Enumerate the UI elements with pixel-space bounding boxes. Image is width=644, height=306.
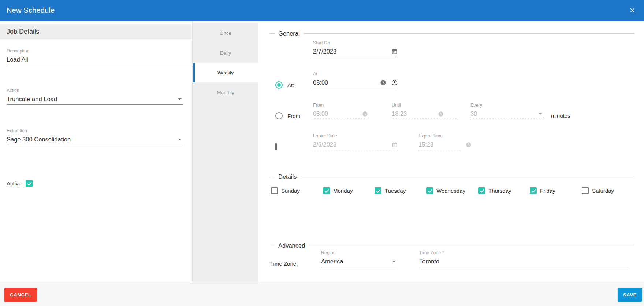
from-time-value: 08:00 [313, 110, 328, 117]
job-details-panel: Job Details Description Load All Action … [0, 21, 193, 283]
tab-monthly[interactable]: Monthly [193, 82, 258, 102]
dropdown-arrow-icon [539, 113, 542, 115]
start-on-label: Start On [313, 40, 398, 46]
time-zone-label: Time Zone * [419, 250, 629, 256]
clock-disabled-icon [438, 111, 444, 117]
job-details-title: Job Details [7, 28, 39, 36]
tab-once[interactable]: Once [193, 23, 258, 43]
job-details-header: Job Details [0, 24, 192, 39]
day-friday[interactable]: Friday [530, 187, 555, 194]
details-legend: Details [278, 173, 297, 180]
friday-checkbox[interactable] [530, 187, 537, 194]
calendar-icon[interactable] [391, 48, 398, 55]
dropdown-arrow-icon [178, 139, 182, 140]
time-zone-field[interactable]: Time Zone * Toronto [419, 250, 629, 267]
extraction-value: Sage 300 Consolidation [7, 136, 71, 143]
day-label: Sunday [281, 188, 300, 194]
day-label: Thursday [488, 188, 511, 194]
tab-weekly[interactable]: Weekly [193, 63, 258, 82]
action-label: Action [7, 88, 183, 94]
from-field-label: From [313, 102, 368, 108]
sunday-checkbox[interactable] [271, 187, 278, 194]
clock-filled-icon[interactable] [380, 80, 386, 86]
time-zone-value: Toronto [419, 258, 439, 265]
extraction-label: Extraction [7, 128, 183, 134]
day-label: Wednesday [436, 188, 465, 194]
clock-outline-icon[interactable] [391, 80, 398, 86]
general-section-header: General [270, 30, 634, 37]
day-label: Tuesday [385, 188, 406, 194]
general-legend: General [278, 30, 300, 37]
every-dropdown: Every 30 [470, 102, 544, 119]
wednesday-checkbox[interactable] [426, 187, 433, 194]
dropdown-arrow-icon [392, 261, 396, 262]
region-select[interactable]: Region America [321, 250, 397, 267]
dialog-footer: CANCEL SAVE [0, 283, 644, 306]
day-thursday[interactable]: Thursday [478, 187, 511, 194]
thursday-checkbox[interactable] [478, 187, 485, 194]
advanced-legend: Advanced [278, 242, 305, 249]
day-monday[interactable]: Monday [323, 187, 353, 194]
day-sunday[interactable]: Sunday [271, 187, 300, 194]
from-radio[interactable] [275, 112, 283, 119]
clock-disabled-icon [466, 142, 472, 148]
tuesday-checkbox[interactable] [375, 187, 381, 194]
schedule-form: General Start On 2/7/2023 At: At 08:00 [258, 21, 644, 283]
extraction-select[interactable]: Extraction Sage 300 Consolidation [7, 128, 183, 145]
day-tuesday[interactable]: Tuesday [375, 187, 406, 194]
every-field-label: Every [470, 102, 544, 108]
expire-date-value: 2/6/2023 [313, 141, 336, 148]
calendar-disabled-icon [392, 142, 398, 148]
region-label: Region [321, 250, 397, 256]
expire-date-field: Expire Date 2/6/2023 [313, 133, 398, 150]
description-label: Description [7, 48, 192, 54]
monday-checkbox[interactable] [323, 187, 330, 194]
advanced-section-header: Advanced [270, 242, 634, 249]
active-checkbox[interactable] [26, 180, 33, 187]
day-label: Friday [540, 188, 555, 194]
dialog-title: New Schedule [7, 6, 55, 15]
day-label: Saturday [592, 188, 614, 194]
expire-time-label: Expire Time [418, 133, 461, 139]
new-schedule-dialog: New Schedule Job Details Description Loa… [0, 0, 644, 306]
at-radio[interactable] [275, 81, 283, 89]
day-saturday[interactable]: Saturday [582, 187, 614, 194]
from-radio-label: From: [287, 113, 302, 119]
until-field-label: Until [392, 102, 458, 108]
description-value: Load All [7, 56, 28, 63]
saturday-checkbox[interactable] [582, 187, 589, 194]
start-on-field[interactable]: Start On 2/7/2023 [313, 40, 398, 57]
expire-time-value: 15:23 [418, 141, 433, 148]
time-zone-row-label: Time Zone: [270, 261, 298, 267]
at-time-field[interactable]: At 08:00 [313, 71, 398, 88]
at-field-label: At [313, 71, 398, 77]
every-value: 30 [470, 110, 477, 117]
tab-daily[interactable]: Daily [193, 43, 258, 63]
description-field[interactable]: Description Load All [7, 48, 192, 65]
from-time-field: From 08:00 [313, 102, 368, 119]
region-value: America [321, 258, 343, 265]
start-on-value: 2/7/2023 [313, 48, 336, 55]
until-time-value: 18:23 [392, 110, 407, 117]
action-select[interactable]: Action Truncate and Load [7, 88, 183, 105]
expire-date-label: Expire Date [313, 133, 398, 139]
dialog-header: New Schedule [0, 0, 644, 21]
minutes-label: minutes [551, 113, 570, 119]
day-label: Monday [333, 188, 353, 194]
close-icon[interactable] [626, 4, 638, 16]
cancel-button[interactable]: CANCEL [4, 288, 37, 302]
at-time-value: 08:00 [313, 79, 328, 86]
expire-checkbox[interactable] [275, 143, 277, 150]
active-label: Active [7, 180, 22, 187]
schedule-type-tabs: Once Daily Weekly Monthly [193, 23, 258, 283]
save-button[interactable]: SAVE [618, 288, 642, 302]
details-section-header: Details [270, 173, 634, 180]
dropdown-arrow-icon [178, 98, 182, 100]
until-time-field: Until 18:23 [392, 102, 458, 119]
clock-disabled-icon [362, 111, 368, 117]
expire-time-field: Expire Time 15:23 [418, 133, 461, 150]
day-wednesday[interactable]: Wednesday [426, 187, 465, 194]
at-radio-label: At: [287, 82, 294, 88]
action-value: Truncate and Load [7, 96, 57, 103]
